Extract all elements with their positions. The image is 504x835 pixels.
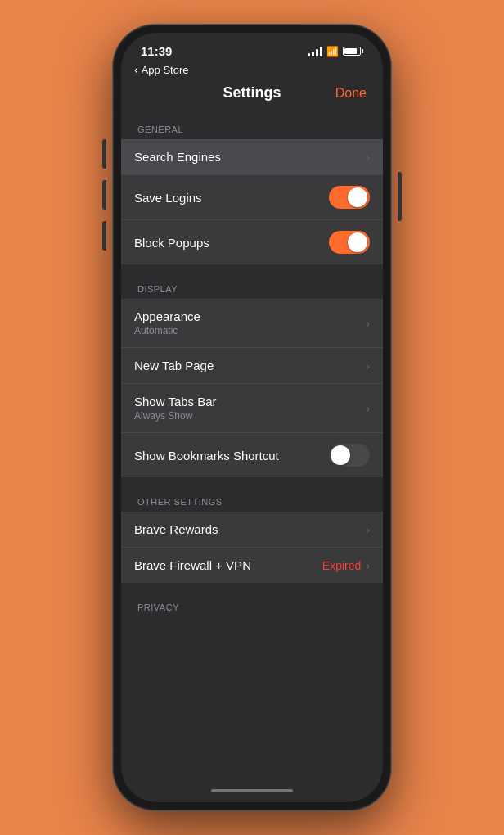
section-label-privacy: PRIVACY [121,589,383,617]
settings-content: GENERAL Search Engines › Save Logins [121,111,383,779]
battery-icon [343,47,363,56]
brave-rewards-label: Brave Rewards [134,522,218,536]
chevron-icon: › [366,402,370,415]
back-arrow-icon: ‹ [134,63,138,76]
save-logins-toggle[interactable] [329,186,370,209]
block-popups-toggle[interactable] [329,231,370,254]
status-bar: 11:39 📶 [121,33,383,63]
row-left: Appearance Automatic [134,309,200,336]
row-right: › [366,523,370,536]
toggle-knob [348,187,367,207]
section-label-other: OTHER SETTINGS [121,484,383,512]
row-right: › [366,359,370,372]
back-label: App Store [142,64,189,76]
row-right: › [366,151,370,164]
brave-firewall-vpn-row[interactable]: Brave Firewall + VPN Expired › [121,548,383,583]
new-tab-page-row[interactable]: New Tab Page › [121,348,383,384]
signal-icon [308,47,322,56]
row-left: Brave Rewards [134,522,218,536]
back-nav[interactable]: ‹ App Store [121,63,383,81]
page-title: Settings [173,84,331,102]
row-left: Save Logins [134,191,202,205]
toggle-knob [348,232,367,252]
appearance-row[interactable]: Appearance Automatic › [121,299,383,348]
appearance-label: Appearance [134,309,200,323]
row-right [329,231,370,254]
show-bookmarks-shortcut-toggle[interactable] [329,444,370,467]
row-left: Show Bookmarks Shortcut [134,449,279,463]
row-left: Brave Firewall + VPN [134,558,251,572]
nav-header: Settings Done [121,81,383,111]
done-button[interactable]: Done [331,86,367,101]
chevron-icon: › [366,523,370,536]
show-tabs-bar-label: Show Tabs Bar [134,395,217,408]
expired-badge: Expired [322,559,361,572]
search-engines-label: Search Engines [134,150,221,164]
wifi-icon: 📶 [326,46,339,57]
show-tabs-bar-row[interactable]: Show Tabs Bar Always Show › [121,384,383,433]
phone-screen: 11:39 📶 ‹ App Store Setting [121,33,383,802]
status-icons: 📶 [308,46,363,57]
home-bar [211,789,293,792]
search-engines-row[interactable]: Search Engines › [121,139,383,175]
other-settings-group: Brave Rewards › Brave Firewall + VPN Exp… [121,512,383,583]
brave-firewall-vpn-label: Brave Firewall + VPN [134,558,251,572]
phone-frame: 11:39 📶 ‹ App Store Setting [113,25,391,810]
section-label-display: DISPLAY [121,271,383,299]
row-right [329,186,370,209]
general-group: Search Engines › Save Logins [121,139,383,264]
chevron-icon: › [366,151,370,164]
save-logins-label: Save Logins [134,191,202,205]
status-time: 11:39 [141,44,172,58]
row-left: Block Popups [134,236,209,250]
chevron-icon: › [366,317,370,330]
show-bookmarks-shortcut-label: Show Bookmarks Shortcut [134,449,279,463]
show-tabs-bar-sublabel: Always Show [134,410,217,422]
row-right: › [366,402,370,415]
section-label-general: GENERAL [121,111,383,139]
block-popups-label: Block Popups [134,236,209,250]
block-popups-row[interactable]: Block Popups [121,220,383,264]
new-tab-page-label: New Tab Page [134,359,214,372]
row-left: Search Engines [134,150,221,164]
toggle-knob [331,445,350,465]
row-right: › [366,317,370,330]
row-right: Expired › [322,559,370,572]
brave-rewards-row[interactable]: Brave Rewards › [121,512,383,548]
show-bookmarks-shortcut-row[interactable]: Show Bookmarks Shortcut [121,433,383,477]
home-indicator [121,779,383,802]
row-left: New Tab Page [134,359,214,372]
display-group: Appearance Automatic › New Tab Page › [121,299,383,477]
appearance-sublabel: Automatic [134,325,200,336]
row-left: Show Tabs Bar Always Show [134,395,217,422]
chevron-icon: › [366,559,370,572]
row-right [329,444,370,467]
chevron-icon: › [366,359,370,372]
save-logins-row[interactable]: Save Logins [121,175,383,220]
